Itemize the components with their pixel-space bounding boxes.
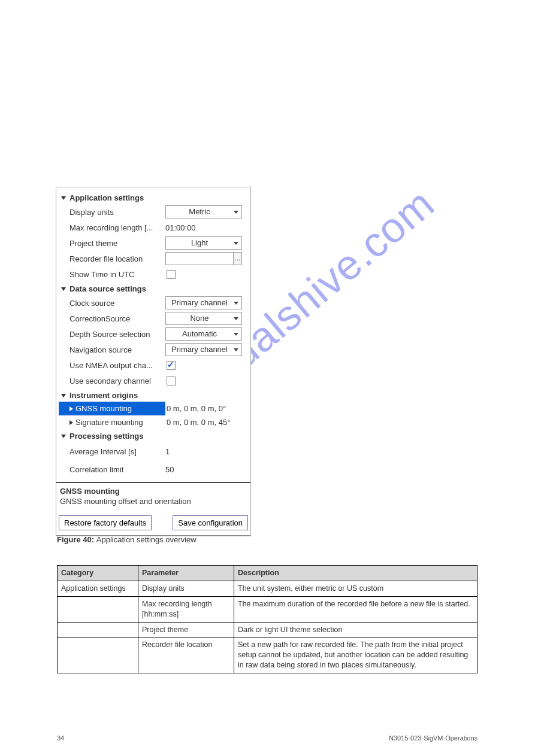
save-configuration-button[interactable]: Save configuration [173,515,248,530]
section-label: Processing settings [69,432,144,441]
td-parameter: Display units [138,581,234,596]
value-gnss-mounting: 0 m, 0 m, 0 m, 0° [165,402,248,415]
select-clock-source[interactable]: Primary channel [165,296,242,309]
row-depth-source: Depth Source selection Automatic [59,326,248,342]
checkbox-use-nmea[interactable] [167,361,176,370]
td-description: The unit system, either metric or US cus… [234,581,477,596]
page-number: 34 [57,734,64,742]
settings-panel: Application settings Display units Metri… [56,187,251,536]
select-display-units[interactable]: Metric [165,205,242,218]
td-description: The maximum duration of the recorded fil… [234,596,477,622]
value-avg-interval[interactable]: 1 [165,447,248,456]
row-correlation-limit: Correlation limit 50 [59,460,248,478]
td-category [58,596,138,622]
th-description: Description [234,566,477,581]
restore-defaults-button[interactable]: Restore factory defaults [59,515,152,530]
row-max-recording: Max recording length [... 01:00:00 [59,220,248,235]
select-project-theme[interactable]: Light [165,236,242,250]
section-data-source[interactable]: Data source settings [59,282,248,295]
input-recorder-file[interactable]: ... [165,252,242,265]
row-recorder-file: Recorder file location ... [59,251,248,266]
figure-caption: Figure 40: Application settings overview [57,535,476,544]
row-avg-interval: Average Interval [s] 1 [59,442,248,460]
table-row: Application settings Display units The u… [58,581,477,596]
section-processing[interactable]: Processing settings [59,429,248,442]
row-use-secondary: Use secondary channel [59,373,248,388]
row-use-nmea: Use NMEA output cha... [59,357,248,373]
row-show-utc: Show Time in UTC [59,266,248,282]
table-row: Recorder file location Set a new path fo… [58,637,477,673]
checkbox-show-utc[interactable] [167,270,176,279]
td-parameter: Max recording length [hh:mm:ss] [138,596,234,622]
label-display-units: Display units [69,208,165,217]
label-correlation-limit: Correlation limit [69,465,165,474]
value-signature-mounting: 0 m, 0 m, 0 m, 45° [165,415,248,429]
section-application-settings[interactable]: Application settings [59,191,248,204]
label-use-secondary: Use secondary channel [69,377,165,385]
td-parameter: Project theme [138,622,234,637]
td-category: Application settings [58,581,138,596]
value-correlation-limit[interactable]: 50 [165,465,248,474]
table-row: Max recording length [hh:mm:ss] The maxi… [58,596,477,622]
table-row: Project theme Dark or light UI theme sel… [58,622,477,637]
label-gnss-mounting: GNSS mounting [75,404,132,413]
select-nav-source[interactable]: Primary channel [165,343,242,356]
row-gnss-mounting[interactable]: GNSS mounting 0 m, 0 m, 0 m, 0° [59,402,248,415]
section-label: Data source settings [69,284,146,293]
select-depth-source[interactable]: Automatic [165,327,242,341]
label-signature-mounting: Signature mounting [75,418,143,427]
section-label: Application settings [69,193,144,202]
th-parameter: Parameter [138,566,234,581]
chevron-down-icon [61,196,66,200]
help-title: GNSS mounting [60,487,247,496]
help-block: GNSS mounting GNSS mounting offset and o… [56,482,250,512]
td-category [58,622,138,637]
td-category [58,637,138,673]
chevron-right-icon [69,420,73,425]
section-label: Instrument origins [69,391,138,400]
table-header-row: Category Parameter Description [58,566,477,581]
td-parameter: Recorder file location [138,637,234,673]
label-project-theme: Project theme [69,239,165,248]
recorder-file-text[interactable] [166,253,233,265]
section-instrument-origins[interactable]: Instrument origins [59,388,248,402]
chevron-down-icon [61,435,66,438]
row-signature-mounting[interactable]: Signature mounting 0 m, 0 m, 0 m, 45° [59,415,248,429]
row-correction-source: CorrectionSource None [59,311,248,326]
td-description: Set a new path for raw recorded file. Th… [234,637,477,673]
label-correction-source: CorrectionSource [69,314,165,323]
label-avg-interval: Average Interval [s] [69,447,165,456]
caption-prefix: Figure 40: [57,535,96,544]
row-clock-source: Clock source Primary channel [59,295,248,311]
label-clock-source: Clock source [69,299,165,308]
doc-id: N3015-023-SigVM-Operations [389,734,477,742]
chevron-down-icon [61,394,66,397]
value-max-recording[interactable]: 01:00:00 [165,223,248,232]
chevron-down-icon [61,287,66,291]
row-nav-source: Navigation source Primary channel [59,342,248,357]
label-show-utc: Show Time in UTC [69,270,165,279]
checkbox-use-secondary[interactable] [167,377,176,385]
label-nav-source: Navigation source [69,345,165,354]
row-display-units: Display units Metric [59,204,248,220]
browse-button[interactable]: ... [233,253,241,265]
caption-text: Application settings overview [96,535,197,544]
settings-table: Category Parameter Description Applicati… [57,565,477,673]
row-project-theme: Project theme Light [59,235,248,251]
chevron-right-icon [69,406,73,411]
label-use-nmea: Use NMEA output cha... [69,361,165,370]
label-depth-source: Depth Source selection [69,330,165,339]
td-description: Dark or light UI theme selection [234,622,477,637]
page-footer: 34 N3015-023-SigVM-Operations [57,734,477,742]
th-category: Category [58,566,138,581]
label-recorder-file: Recorder file location [69,254,165,263]
help-description: GNSS mounting offset and orientation [60,497,247,506]
label-max-recording: Max recording length [... [69,223,165,232]
select-correction-source[interactable]: None [165,312,242,325]
